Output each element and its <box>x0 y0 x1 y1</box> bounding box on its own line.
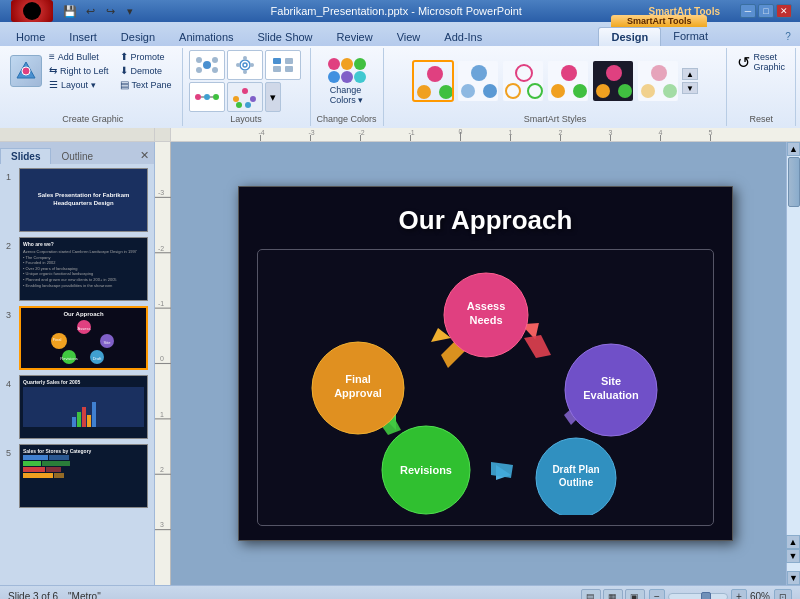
svg-point-38 <box>551 84 565 98</box>
tab-smartart-format[interactable]: Format <box>661 27 720 46</box>
layout-item-4[interactable] <box>189 82 225 112</box>
svg-point-19 <box>204 94 210 100</box>
fit-btn[interactable]: ⊡ <box>774 589 792 600</box>
redo-btn[interactable]: ↪ <box>101 2 119 20</box>
tab-design[interactable]: Design <box>109 28 167 46</box>
slide-item-1[interactable]: 1 Sales Presentation for Fabrikam Headqu… <box>6 168 148 232</box>
office-button[interactable] <box>11 0 53 22</box>
svg-text:Outline: Outline <box>558 477 593 488</box>
svg-point-11 <box>250 63 254 67</box>
svg-text:-1: -1 <box>409 129 415 136</box>
layout-item-3[interactable] <box>265 50 301 80</box>
layout-item-1[interactable] <box>189 50 225 80</box>
group-label-smartart-styles: SmartArt Styles <box>524 112 587 124</box>
layout-item-5[interactable] <box>227 82 263 112</box>
maximize-btn[interactable]: □ <box>758 4 774 18</box>
svg-point-24 <box>250 96 256 102</box>
slide-item-5[interactable]: 5 Sales for Stores by Category <box>6 444 148 508</box>
zoom-slider[interactable] <box>668 593 728 600</box>
save-btn[interactable]: 💾 <box>61 2 79 20</box>
smartart-style-3[interactable] <box>502 60 544 102</box>
layout-item-scroll[interactable]: ▾ <box>265 82 281 112</box>
scrollbar-vertical[interactable]: ▲ ▼ <box>786 142 800 585</box>
svg-point-30 <box>439 85 453 99</box>
svg-text:-4: -4 <box>259 129 265 136</box>
zoom-in-btn[interactable]: + <box>731 589 747 600</box>
svg-point-10 <box>243 56 247 60</box>
reset-graphic-btn[interactable]: ↺ ResetGraphic <box>733 50 789 74</box>
tab-view[interactable]: View <box>385 28 433 46</box>
undo-btn[interactable]: ↩ <box>81 2 99 20</box>
add-bullet-btn[interactable]: ≡ Add Bullet <box>45 50 113 63</box>
normal-view-btn[interactable]: ▤ <box>581 589 601 600</box>
slide-item-4[interactable]: 4 Quarterly Sales for 2005 <box>6 375 148 439</box>
tab-animations[interactable]: Animations <box>167 28 245 46</box>
svg-point-41 <box>606 65 622 81</box>
svg-rect-16 <box>273 66 281 72</box>
smartart-style-6[interactable] <box>637 60 679 102</box>
tab-home[interactable]: Home <box>4 28 57 46</box>
tab-slideshow[interactable]: Slide Show <box>246 28 325 46</box>
tab-outline[interactable]: Outline <box>51 149 103 164</box>
zoom-thumb[interactable] <box>701 592 711 600</box>
promote-btn[interactable]: ⬆ Promote <box>116 50 176 63</box>
smartart-style-2[interactable] <box>457 60 499 102</box>
scroll-next-btn[interactable]: ▼ <box>786 549 800 563</box>
scroll-down-btn[interactable]: ▼ <box>787 571 800 585</box>
scroll-track[interactable] <box>787 156 800 571</box>
slideshow-btn[interactable]: ▣ <box>625 589 645 600</box>
slide-list: 1 Sales Presentation for Fabrikam Headqu… <box>0 164 154 585</box>
styles-scroll[interactable]: ▲ ▼ <box>682 68 698 94</box>
add-shape-btn[interactable] <box>10 55 42 87</box>
tab-addins[interactable]: Add-Ins <box>432 28 494 46</box>
scroll-thumb[interactable] <box>788 157 800 207</box>
svg-point-6 <box>196 67 202 73</box>
text-pane-btn[interactable]: ▤ Text Pane <box>116 78 176 91</box>
svg-text:Revisions: Revisions <box>60 356 77 361</box>
right-to-left-btn[interactable]: ⇆ Right to Left <box>45 64 113 77</box>
tab-slides[interactable]: Slides <box>0 148 51 164</box>
slide-canvas[interactable]: Our Approach <box>238 186 733 541</box>
smartart-style-1[interactable] <box>412 60 454 102</box>
layout-btn[interactable]: ☰ Layout ▾ <box>45 78 113 91</box>
customize-btn[interactable]: ▾ <box>121 2 139 20</box>
svg-point-31 <box>471 65 487 81</box>
svg-point-34 <box>516 65 532 81</box>
svg-point-12 <box>243 70 247 74</box>
svg-point-29 <box>417 85 431 99</box>
smartart-frame[interactable]: Assess Needs Site Evaluation Draft Plan … <box>257 249 714 526</box>
svg-point-39 <box>573 84 587 98</box>
minimize-btn[interactable]: ─ <box>740 4 756 18</box>
view-buttons: ▤ ▦ ▣ <box>581 589 645 600</box>
svg-point-33 <box>483 84 497 98</box>
zoom-out-btn[interactable]: − <box>649 589 665 600</box>
scroll-up-btn[interactable]: ▲ <box>787 142 800 156</box>
change-colors-btn[interactable]: ChangeColors ▾ <box>322 56 372 107</box>
group-label-change-colors: Change Colors <box>317 112 377 124</box>
svg-point-35 <box>506 84 520 98</box>
svg-text:-1: -1 <box>158 299 164 308</box>
svg-point-9 <box>243 63 247 67</box>
tab-insert[interactable]: Insert <box>57 28 109 46</box>
demote-btn[interactable]: ⬇ Demote <box>116 64 176 77</box>
tab-smartart-design[interactable]: Design <box>598 27 661 46</box>
help-btn[interactable]: ? <box>780 28 796 44</box>
slide-sorter-btn[interactable]: ▦ <box>603 589 623 600</box>
svg-text:Needs: Needs <box>469 314 502 326</box>
panel-close-btn[interactable]: ✕ <box>135 147 154 164</box>
scroll-prev-btn[interactable]: ▲ <box>786 535 800 549</box>
slide-item-2[interactable]: 2 Who are we? Azerox Corporation started… <box>6 237 148 301</box>
smartart-style-4[interactable] <box>547 60 589 102</box>
ruler-horizontal: -4 -3 -2 -1 0 1 2 3 4 5 <box>0 128 800 142</box>
smartart-style-5[interactable] <box>592 60 634 102</box>
slide-item-3[interactable]: 3 Our Approach Assess Site Draft <box>6 306 148 370</box>
tab-review[interactable]: Review <box>325 28 385 46</box>
layout-item-2[interactable] <box>227 50 263 80</box>
svg-point-7 <box>212 67 218 73</box>
close-btn[interactable]: ✕ <box>776 4 792 18</box>
svg-point-2 <box>22 67 30 75</box>
svg-text:0: 0 <box>459 128 463 135</box>
svg-point-37 <box>561 65 577 81</box>
svg-text:Final: Final <box>52 337 61 342</box>
theme-info: "Metro" <box>68 591 101 599</box>
